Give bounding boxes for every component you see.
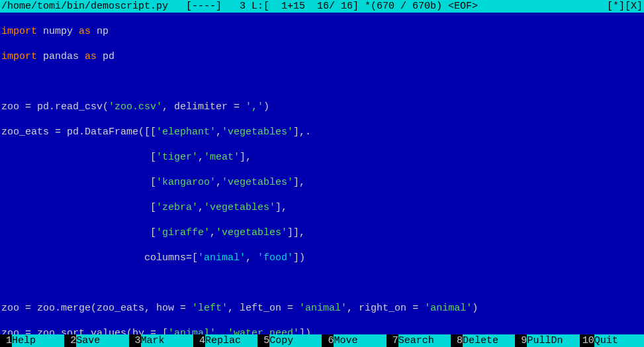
code-line: ['zebra','vegetables'], — [1, 201, 643, 214]
code-line: ['tiger','meat'], — [1, 151, 643, 164]
editor-area[interactable]: import numpy as np import pandas as pd z… — [0, 13, 644, 334]
code-line — [1, 75, 643, 88]
code-line: ['giraffe','vegetables']], — [1, 226, 643, 239]
title-bar: /home/tomi/bin/demoscript.py [----] 3 L:… — [0, 0, 644, 13]
fkey-help[interactable]: 1Help — [0, 334, 64, 347]
code-line: import pandas as pd — [1, 50, 643, 63]
fkey-move[interactable]: 6Move — [322, 334, 386, 347]
code-line: ['kangaroo','vegetables'], — [1, 176, 643, 189]
code-line: columns=['animal', 'food']) — [1, 252, 643, 264]
code-line: import numpy as np — [1, 25, 643, 38]
fkey-delete[interactable]: 8Delete — [451, 334, 515, 347]
fkey-replace[interactable]: 4Replac — [193, 334, 257, 347]
code-line: zoo_eats = pd.DataFrame([['elephant','ve… — [1, 126, 643, 138]
code-line: zoo = zoo.merge(zoo_eats, how = 'left', … — [1, 302, 643, 315]
window-controls[interactable]: [*][X] — [607, 0, 643, 13]
fkey-mark[interactable]: 3Mark — [129, 334, 193, 347]
fkey-save[interactable]: 2Save — [64, 334, 128, 347]
fkey-quit[interactable]: 10Quit — [580, 334, 644, 347]
function-key-bar: 1Help 2Save 3Mark 4Replac 5Copy 6Move 7S… — [0, 334, 644, 347]
code-line — [1, 277, 643, 289]
fkey-pulldn[interactable]: 9PullDn — [515, 334, 579, 347]
fkey-search[interactable]: 7Search — [387, 334, 451, 347]
file-path-status: /home/tomi/bin/demoscript.py [----] 3 L:… — [1, 0, 478, 13]
code-line: zoo = pd.read_csv('zoo.csv', delimiter =… — [1, 101, 643, 113]
fkey-copy[interactable]: 5Copy — [257, 334, 322, 347]
